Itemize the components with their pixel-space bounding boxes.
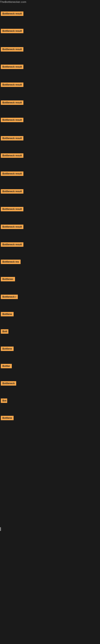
bottleneck-row: Bottlene [0,416,14,421]
bottleneck-label[interactable]: Bottleneck result [1,118,23,122]
bottleneck-label[interactable]: Bottleneck result [1,136,23,140]
bottleneck-row: Bottleneck result [0,12,23,17]
bottleneck-row: Bottleneck result [0,207,23,212]
bottleneck-label[interactable]: Bottleneck result [1,189,23,194]
bottleneck-row: Bottlene [0,346,14,352]
bottleneck-label[interactable]: Bottleneck result [1,153,23,158]
bottleneck-label[interactable]: Bottleneck result [1,224,23,229]
bottleneck-row: Bottler [0,364,12,369]
bottleneck-label[interactable]: Bottlene [1,346,14,351]
site-header: TheBottlenecker.com [0,0,100,4]
bottleneck-label[interactable]: Bottleneck res [1,260,21,264]
bottleneck-row: Bottleneck result [0,242,23,248]
bottleneck-row: Bottleneck r [0,295,18,300]
bottleneck-row: Bottleneck result [0,136,23,141]
bottleneck-row: Bottleneck result [0,189,23,194]
bottleneck-label[interactable]: Bottlene [1,312,14,316]
bottleneck-row: Bottlene [0,312,14,317]
bottleneck-label[interactable]: Bottleneck result [1,47,23,52]
bottleneck-row: Bottleneck result [0,153,23,158]
bottleneck-label[interactable]: Bottleneck result [1,207,23,211]
bottleneck-label[interactable]: Bottlene [1,416,14,420]
bottleneck-row: Bottleneck result [0,29,23,34]
bottleneck-row: Bottleneck result [0,64,23,70]
bottleneck-label[interactable]: Bottleneck [1,381,16,386]
bottleneck-row: Bottleneck [0,381,16,386]
bottleneck-row: Bot [0,398,7,404]
bottleneck-label[interactable]: Bottler [1,364,12,368]
bottleneck-label[interactable]: Bottleneck result [1,12,23,16]
bottleneck-label[interactable]: Bottlenec [1,277,15,281]
bottleneck-row: Bottleneck result [0,224,23,230]
bottleneck-row: Bottleneck res [0,260,21,265]
bottleneck-label[interactable]: Bottleneck result [1,242,23,247]
bottleneck-label[interactable]: Bot [1,398,7,403]
bottleneck-label[interactable]: Bottleneck result [1,29,23,33]
bottleneck-row: Bottleneck result [0,82,23,88]
bottleneck-row: Bottleneck result [0,100,23,106]
bottleneck-label[interactable]: Bottleneck result [1,82,23,87]
bottleneck-row: Bottleneck result [0,172,23,177]
bottleneck-label[interactable]: Bott [1,329,8,334]
bottleneck-label[interactable]: Bottleneck result [1,100,23,105]
bottleneck-label[interactable]: Bottleneck r [1,295,18,299]
bottleneck-label[interactable]: Bottleneck result [1,64,23,69]
bottleneck-row: Bottleneck result [0,118,23,123]
text-cursor [0,527,1,531]
bottleneck-row: Bottlenec [0,277,15,282]
bottleneck-row: Bott [0,329,8,334]
bottleneck-label[interactable]: Bottleneck result [1,172,23,176]
bottleneck-row: Bottleneck result [0,47,23,52]
